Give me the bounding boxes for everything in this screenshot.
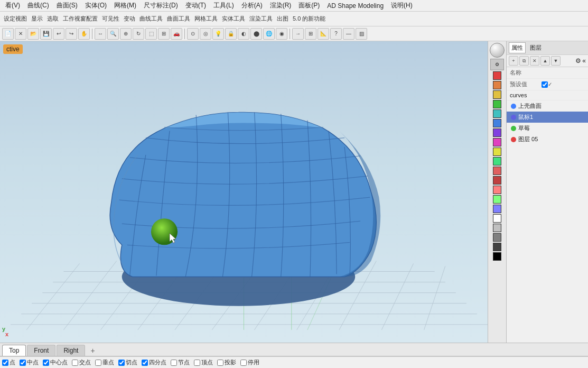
color-swatch-silver[interactable] xyxy=(493,224,501,232)
lock-button[interactable]: 🔒 xyxy=(225,28,237,40)
toolbar-tab[interactable]: 可见性 xyxy=(100,15,121,23)
dim-button[interactable]: 📐 xyxy=(318,28,329,40)
toolbar-tab[interactable]: 实体工具 xyxy=(220,15,247,23)
color-swatch-black[interactable] xyxy=(493,252,501,261)
snap2-button[interactable]: ◎ xyxy=(200,28,211,40)
move-up-button[interactable]: ▲ xyxy=(540,56,550,66)
vertex-checkbox[interactable] xyxy=(194,360,200,366)
help-button[interactable]: ? xyxy=(330,28,342,40)
project-checkbox[interactable] xyxy=(217,360,223,366)
move-down-button[interactable]: ▼ xyxy=(551,56,561,66)
color-swatch-purple[interactable] xyxy=(493,128,501,137)
undo-button[interactable]: ↩ xyxy=(53,28,64,40)
color-swatch-pink[interactable] xyxy=(493,138,501,146)
settings-gear[interactable]: ⚙ xyxy=(575,57,581,65)
quad-checkbox[interactable] xyxy=(142,360,148,366)
material-button[interactable]: ◉ xyxy=(276,28,287,40)
color-swatch-darkgray[interactable] xyxy=(493,243,501,251)
toolbar-tab[interactable]: 选取 xyxy=(45,15,60,23)
disable-checkbox[interactable] xyxy=(240,360,247,366)
line-button[interactable]: — xyxy=(343,28,354,40)
toolbar-tab[interactable]: 渲染工具 xyxy=(248,15,274,23)
menu-item[interactable]: 工具(L) xyxy=(210,0,237,11)
redo-button[interactable]: ↪ xyxy=(66,28,77,40)
hand-button[interactable]: ✋ xyxy=(78,28,90,40)
menu-item[interactable]: 变动(T) xyxy=(182,0,209,11)
new-layer-button[interactable]: + xyxy=(509,56,518,66)
menu-item[interactable]: 面板(P) xyxy=(295,0,323,11)
move-button[interactable]: ↔ xyxy=(95,28,106,40)
color-swatch-salmon[interactable] xyxy=(493,167,501,175)
tab-attributes[interactable]: 属性 xyxy=(509,42,526,53)
delete-layer-button[interactable]: ✕ xyxy=(530,56,539,66)
knot-checkbox[interactable] xyxy=(171,360,177,366)
select-button[interactable]: ⬚ xyxy=(145,28,157,40)
color-swatch-yellow[interactable] xyxy=(493,90,501,99)
toolbar-tab[interactable]: 变动 xyxy=(122,15,137,23)
color-swatch-lightgreen[interactable] xyxy=(493,195,501,204)
midpoint-checkbox[interactable] xyxy=(20,360,26,366)
extra-button[interactable]: ▨ xyxy=(356,28,367,40)
shade-button[interactable]: ◐ xyxy=(238,28,249,40)
car-button[interactable]: 🚗 xyxy=(171,28,182,40)
tab-top[interactable]: Top xyxy=(2,345,26,356)
layer-item-mouse1[interactable]: 鼠标1 xyxy=(507,112,588,123)
toolbar-tab[interactable]: 显示 xyxy=(30,15,44,23)
toolbar-tab[interactable]: 工作视窗配置 xyxy=(61,15,99,23)
menu-item[interactable]: 渲染(R) xyxy=(267,0,295,11)
menu-item[interactable]: 曲线(C) xyxy=(24,0,52,11)
zoom2-button[interactable]: ⊕ xyxy=(120,28,132,40)
color-swatch-gray[interactable] xyxy=(493,233,501,242)
snap-point-checkbox[interactable] xyxy=(2,360,8,366)
toolbar-tab[interactable]: 网格工具 xyxy=(193,15,219,23)
menu-item[interactable]: 曲面(S) xyxy=(53,0,81,11)
add-tab-button[interactable]: + xyxy=(86,345,99,356)
sphere-button[interactable]: ⬤ xyxy=(250,28,262,40)
toolbar-tab[interactable]: 曲面工具 xyxy=(165,15,192,23)
zoom-button[interactable]: 🔍 xyxy=(107,28,119,40)
globe-button[interactable]: 🌐 xyxy=(263,28,275,40)
preset-checkbox[interactable] xyxy=(542,81,548,88)
color-swatch-darkred[interactable] xyxy=(493,176,501,185)
light-button[interactable]: 💡 xyxy=(212,28,224,40)
new-button[interactable]: 📄 xyxy=(2,28,14,40)
color-swatch-white[interactable] xyxy=(493,214,501,223)
color-swatch-lightblue[interactable] xyxy=(493,205,501,213)
arrow-button[interactable]: → xyxy=(292,28,304,40)
rotate-button[interactable]: ↻ xyxy=(133,28,144,40)
color-swatch-mint[interactable] xyxy=(493,157,501,165)
intersect-checkbox[interactable] xyxy=(72,360,78,366)
layer-item-layer05[interactable]: 图层 05 xyxy=(507,134,588,145)
color-swatch-orange[interactable] xyxy=(493,81,501,89)
menu-item[interactable]: 分析(A) xyxy=(238,0,266,11)
window-button[interactable]: ⊞ xyxy=(158,28,170,40)
color-swatch-cyan[interactable] xyxy=(493,109,501,118)
tab-layers[interactable]: 图层 xyxy=(528,43,544,53)
settings-icon[interactable]: ⚙ xyxy=(490,59,504,70)
color-swatch-lightred[interactable] xyxy=(493,186,501,194)
color-swatch-green[interactable] xyxy=(493,100,501,108)
menu-item[interactable]: 网格(M) xyxy=(111,0,139,11)
color-swatch-lime[interactable] xyxy=(493,148,501,156)
toolbar-tab[interactable]: 5.0 的新功能 xyxy=(291,15,327,23)
grid-button[interactable]: ⊞ xyxy=(305,28,316,40)
layer-item-strawberry[interactable]: 草莓 xyxy=(507,123,588,134)
perp-checkbox[interactable] xyxy=(95,360,101,366)
menu-item[interactable]: 尺寸标注(D) xyxy=(141,0,181,11)
viewport[interactable]: ctive xyxy=(0,41,488,343)
color-swatch-red[interactable] xyxy=(493,71,501,80)
layer-item-upper-shell[interactable]: 上壳曲面 xyxy=(507,100,588,112)
color-swatch-blue[interactable] xyxy=(493,119,501,127)
collapse-button[interactable]: « xyxy=(582,57,586,65)
delete-button[interactable]: ✕ xyxy=(15,28,26,40)
open-button[interactable]: 📂 xyxy=(27,28,39,40)
menu-item[interactable]: AD Shape Modeling xyxy=(324,1,387,11)
tab-front[interactable]: Front xyxy=(27,345,55,356)
menu-item[interactable]: 实体(O) xyxy=(82,0,110,11)
snap-button[interactable]: ⊙ xyxy=(187,28,199,40)
center-checkbox[interactable] xyxy=(43,360,49,366)
toolbar-tab[interactable]: 曲线工具 xyxy=(138,15,164,23)
toolbar-tab[interactable]: 出图 xyxy=(275,15,290,23)
save-button[interactable]: 💾 xyxy=(40,28,52,40)
tab-right[interactable]: Right xyxy=(57,345,85,356)
